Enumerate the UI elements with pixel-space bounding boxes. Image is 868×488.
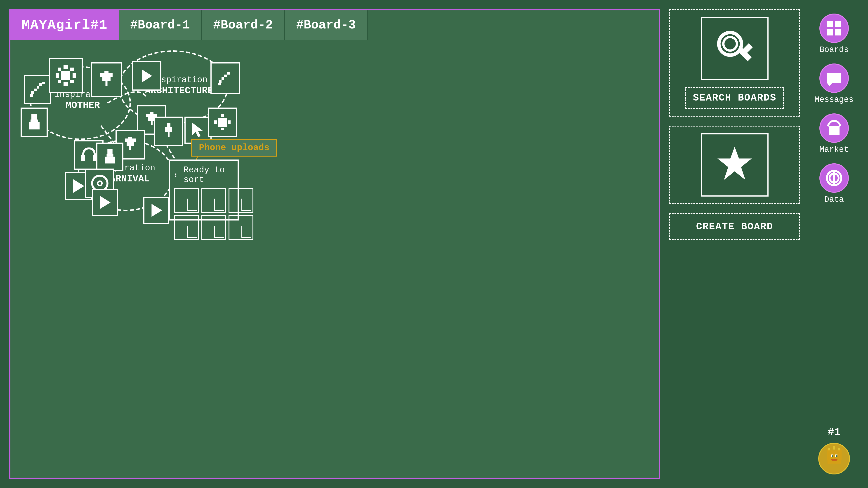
sidebar-item-messages[interactable]: Messages <box>815 64 854 104</box>
sort-item-4[interactable] <box>174 215 199 240</box>
pin-icon-1 <box>96 70 117 90</box>
icon-pin-1[interactable] <box>91 62 122 97</box>
create-board-button[interactable]: CREATE BOARD <box>669 213 800 240</box>
sidebar-messages-label: Messages <box>815 95 854 104</box>
svg-rect-27 <box>227 72 230 74</box>
svg-rect-53 <box>106 154 113 157</box>
pin-icon-4 <box>121 136 139 154</box>
svg-rect-52 <box>105 157 115 164</box>
icon-settings-2[interactable] <box>208 107 237 137</box>
settings-icon-2 <box>213 113 231 131</box>
sidebar-item-data[interactable]: Data <box>819 163 849 204</box>
icon-settings[interactable] <box>49 58 83 93</box>
icon-pencil-1[interactable] <box>24 75 51 104</box>
svg-rect-38 <box>168 132 169 137</box>
tab-bar: MAYAgirl#1 #Board-1 #Board-2 #Board-3 <box>10 10 659 40</box>
canvas-area: inspirationMOTHER inspirationARCHITECTUR… <box>10 40 659 478</box>
tab-board-3[interactable]: #Board-3 <box>285 10 368 40</box>
svg-rect-13 <box>72 73 76 78</box>
svg-rect-67 <box>827 21 833 27</box>
svg-rect-17 <box>58 80 61 84</box>
svg-rect-93 <box>832 460 837 461</box>
user-avatar[interactable] <box>818 443 850 475</box>
sort-item-5[interactable] <box>202 215 226 240</box>
svg-rect-73 <box>830 75 839 77</box>
magnifier-icon <box>712 26 757 71</box>
pencil-icon <box>29 80 46 98</box>
sort-item-6[interactable] <box>228 215 253 240</box>
svg-rect-11 <box>64 82 68 86</box>
pencil-icon-2 <box>216 69 234 87</box>
tab-board-1[interactable]: #Board-1 <box>119 10 202 40</box>
svg-rect-70 <box>835 29 841 35</box>
search-board-preview <box>701 17 769 80</box>
tab-board-2[interactable]: #Board-2 <box>202 10 285 40</box>
svg-rect-30 <box>29 122 39 129</box>
svg-rect-26 <box>224 74 227 77</box>
svg-rect-9 <box>42 82 45 84</box>
svg-marker-23 <box>142 70 152 82</box>
sort-item-2[interactable] <box>202 188 226 213</box>
sort-icon <box>174 171 180 179</box>
phone-uploads-tooltip: Phone uploads <box>191 139 277 157</box>
svg-rect-16 <box>70 68 74 71</box>
svg-rect-69 <box>827 29 833 35</box>
svg-rect-42 <box>214 121 217 124</box>
svg-rect-82 <box>840 452 842 460</box>
svg-rect-15 <box>58 68 61 71</box>
svg-rect-49 <box>81 155 85 161</box>
svg-rect-44 <box>218 118 227 127</box>
sidebar-boards-circle <box>819 13 849 43</box>
svg-rect-22 <box>100 73 113 77</box>
icon-play-3[interactable] <box>92 189 118 216</box>
svg-rect-68 <box>835 21 841 27</box>
svg-rect-94 <box>828 448 830 450</box>
svg-point-63 <box>723 37 737 51</box>
sort-box-title: Ready to sort <box>174 165 233 185</box>
star-icon <box>713 143 756 186</box>
svg-marker-72 <box>827 83 832 86</box>
messages-icon <box>825 69 843 87</box>
svg-rect-24 <box>219 80 221 83</box>
svg-rect-41 <box>221 128 224 130</box>
icon-play-4[interactable] <box>143 197 169 224</box>
icon-user-2[interactable] <box>96 142 123 171</box>
svg-rect-92 <box>831 459 837 460</box>
icon-play-1[interactable] <box>132 61 161 91</box>
sidebar-market-label: Market <box>819 145 849 154</box>
main-container: MAYAgirl#1 #Board-1 #Board-2 #Board-3 <box>0 0 868 488</box>
svg-rect-47 <box>129 146 131 150</box>
headphones-icon <box>79 145 98 165</box>
sort-item-1[interactable] <box>174 188 199 213</box>
avatar-icon <box>822 446 846 471</box>
svg-rect-21 <box>105 81 107 86</box>
svg-rect-34 <box>151 121 153 125</box>
icon-pin-3[interactable] <box>154 117 183 146</box>
sidebar-item-boards[interactable]: Boards <box>819 13 849 55</box>
settings-icon <box>55 64 77 87</box>
svg-marker-39 <box>192 123 203 137</box>
right-sidebar: Boards Messages <box>809 9 859 479</box>
svg-rect-50 <box>93 155 96 161</box>
sort-item-3[interactable] <box>228 188 253 213</box>
svg-rect-25 <box>221 77 224 80</box>
svg-rect-12 <box>56 73 59 78</box>
sidebar-item-market[interactable]: Market <box>819 113 849 154</box>
svg-rect-48 <box>125 138 135 142</box>
svg-rect-28 <box>218 83 221 86</box>
sort-box[interactable]: Ready to sort <box>168 160 239 221</box>
play-icon-2 <box>70 177 87 195</box>
svg-rect-81 <box>827 452 828 460</box>
svg-rect-8 <box>30 94 33 97</box>
icon-user[interactable] <box>21 107 48 137</box>
sidebar-boards-label: Boards <box>819 45 849 55</box>
play-icon-4 <box>148 202 164 219</box>
svg-rect-95 <box>833 446 835 450</box>
search-boards-label[interactable]: SEARCH BOARDS <box>685 87 784 109</box>
sort-grid <box>174 188 233 240</box>
icon-pencil-2[interactable] <box>211 62 240 94</box>
svg-rect-60 <box>175 173 176 175</box>
svg-rect-5 <box>34 89 37 91</box>
tab-user[interactable]: MAYAgirl#1 <box>10 10 119 40</box>
right-panel: SEARCH BOARDS CREATE BOARD <box>669 9 800 479</box>
